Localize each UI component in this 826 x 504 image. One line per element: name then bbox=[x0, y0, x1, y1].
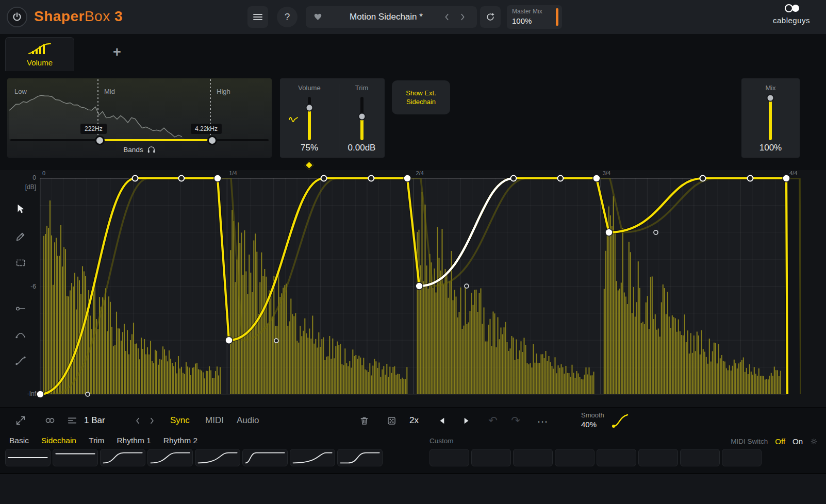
custom-preset-slot-4[interactable] bbox=[555, 449, 594, 466]
curve-point[interactable] bbox=[510, 176, 516, 181]
loop-length-value[interactable]: 1 Bar bbox=[84, 415, 105, 426]
curve-anchor-point[interactable] bbox=[37, 391, 44, 398]
preset-prev-button[interactable] bbox=[441, 11, 453, 23]
snap-settings-button[interactable] bbox=[66, 414, 78, 427]
refresh-icon bbox=[485, 12, 495, 22]
wave-preset-sidechain-2[interactable] bbox=[147, 449, 193, 466]
curve-anchor-point[interactable] bbox=[416, 282, 423, 290]
wave-preset-flat-top[interactable] bbox=[53, 449, 98, 466]
tool-curve[interactable] bbox=[12, 326, 29, 343]
band-handle-low[interactable] bbox=[95, 136, 105, 145]
curve-point[interactable] bbox=[178, 176, 184, 181]
preset-category-sidechain[interactable]: Sidechain bbox=[41, 436, 76, 445]
tool-s-curve[interactable] bbox=[12, 352, 29, 369]
custom-preset-slot-2[interactable] bbox=[471, 449, 511, 466]
tab-volume[interactable]: Volume bbox=[5, 37, 74, 71]
smooth-curve-icon[interactable] bbox=[611, 411, 630, 430]
curve-anchor-point[interactable] bbox=[593, 175, 600, 182]
curve-tension-handle[interactable] bbox=[654, 230, 658, 234]
tool-select[interactable] bbox=[12, 255, 29, 271]
curve-point[interactable] bbox=[747, 176, 753, 181]
wave-preset-sidechain-3[interactable] bbox=[195, 449, 240, 466]
curve-anchor-point[interactable] bbox=[225, 337, 233, 344]
speed-multiplier[interactable]: 2x bbox=[409, 415, 419, 426]
trim-slider[interactable] bbox=[360, 97, 364, 140]
preset-next-button[interactable] bbox=[456, 11, 469, 23]
mix-slider[interactable] bbox=[769, 97, 772, 140]
volume-wave-icon bbox=[28, 42, 52, 55]
custom-preset-slot-1[interactable] bbox=[429, 449, 469, 466]
show-ext-sidechain-button[interactable]: Show Ext. Sidechain bbox=[392, 80, 450, 114]
shift-left-button[interactable] bbox=[436, 414, 449, 427]
help-button[interactable]: ? bbox=[277, 7, 298, 27]
trigger-mode-midi[interactable]: MIDI bbox=[205, 415, 224, 426]
tool-draw[interactable] bbox=[12, 228, 29, 245]
more-options-button[interactable]: … bbox=[537, 412, 549, 426]
curve-point[interactable] bbox=[557, 176, 563, 181]
wave-preset-sidechain-6[interactable] bbox=[337, 449, 383, 466]
wave-preset-sidechain-1[interactable] bbox=[100, 449, 145, 466]
master-mix-control[interactable]: Master Mix 100% bbox=[507, 5, 562, 29]
custom-preset-slot-5[interactable] bbox=[597, 449, 636, 466]
length-next-button[interactable] bbox=[146, 414, 157, 427]
custom-label: Custom bbox=[429, 437, 454, 445]
curve-anchor-point[interactable] bbox=[214, 175, 221, 182]
redo-button[interactable]: ↷ bbox=[509, 414, 522, 427]
chevron-right-icon bbox=[149, 417, 155, 425]
wave-preset-flat-mid[interactable] bbox=[5, 449, 51, 466]
curve-tension-handle[interactable] bbox=[86, 392, 90, 396]
undo-button[interactable]: ↶ bbox=[487, 414, 499, 427]
curve-point[interactable] bbox=[700, 176, 705, 181]
volume-slider[interactable] bbox=[308, 97, 311, 140]
curve-point[interactable] bbox=[133, 176, 138, 181]
midi-switch-off[interactable]: Off bbox=[775, 437, 785, 446]
wave-preset-sidechain-5[interactable] bbox=[290, 449, 335, 466]
curve-anchor-point[interactable] bbox=[783, 175, 790, 182]
preset-name[interactable]: Motion Sidechain * bbox=[326, 6, 446, 28]
preset-selector[interactable]: Motion Sidechain * bbox=[306, 6, 477, 28]
expand-editor-button[interactable] bbox=[14, 414, 27, 427]
tool-point-line[interactable] bbox=[12, 300, 29, 317]
curve-anchor-point[interactable] bbox=[404, 175, 411, 182]
delete-points-button[interactable] bbox=[358, 414, 370, 427]
trigger-mode-sync[interactable]: Sync bbox=[170, 415, 190, 426]
preset-category-basic[interactable]: Basic bbox=[9, 436, 29, 445]
master-mix-slider[interactable] bbox=[556, 8, 558, 26]
randomize-button[interactable] bbox=[385, 414, 398, 427]
preset-category-rhythm-1[interactable]: Rhythm 1 bbox=[117, 436, 151, 445]
smooth-value[interactable]: 40% bbox=[581, 420, 597, 429]
curve-anchor-point[interactable] bbox=[605, 229, 613, 236]
link-button[interactable] bbox=[44, 414, 56, 427]
curve-point[interactable] bbox=[368, 176, 374, 181]
band-panel[interactable]: Low Mid High 222Hz 4.22kHz Bands bbox=[7, 78, 272, 158]
mix-slider-thumb[interactable] bbox=[767, 94, 774, 102]
custom-preset-slot-7[interactable] bbox=[680, 449, 720, 466]
headphones-icon[interactable] bbox=[147, 145, 156, 154]
curve-tension-handle[interactable] bbox=[465, 284, 469, 288]
gear-icon[interactable] bbox=[810, 438, 818, 445]
preset-category-rhythm-2[interactable]: Rhythm 2 bbox=[163, 436, 197, 445]
volume-slider-thumb[interactable] bbox=[306, 104, 313, 112]
power-button[interactable] bbox=[7, 7, 27, 27]
custom-preset-slot-3[interactable] bbox=[513, 449, 553, 466]
length-prev-button[interactable] bbox=[132, 414, 143, 427]
curve-tension-handle[interactable] bbox=[274, 339, 278, 343]
menu-button[interactable] bbox=[247, 6, 268, 28]
preset-category-trim[interactable]: Trim bbox=[89, 436, 104, 445]
custom-preset-slot-6[interactable] bbox=[638, 449, 678, 466]
bottom-resize-strip[interactable] bbox=[0, 473, 826, 504]
lfo-editor-canvas[interactable] bbox=[0, 170, 826, 407]
add-lane-button[interactable]: + bbox=[108, 43, 126, 61]
tool-pointer[interactable] bbox=[12, 200, 29, 217]
band-handle-high[interactable] bbox=[207, 136, 217, 145]
reload-preset-button[interactable] bbox=[480, 6, 501, 28]
favorite-heart-icon[interactable] bbox=[313, 12, 323, 22]
shift-right-button[interactable] bbox=[459, 414, 472, 427]
wave-preset-sidechain-4[interactable] bbox=[242, 449, 288, 466]
trigger-mode-audio[interactable]: Audio bbox=[237, 415, 259, 426]
trim-slider-thumb[interactable] bbox=[358, 113, 366, 121]
custom-preset-slot-8[interactable] bbox=[722, 449, 762, 466]
curve-point[interactable] bbox=[321, 176, 327, 181]
midi-switch-on[interactable]: On bbox=[792, 437, 803, 446]
band-slider-range[interactable] bbox=[98, 139, 210, 141]
